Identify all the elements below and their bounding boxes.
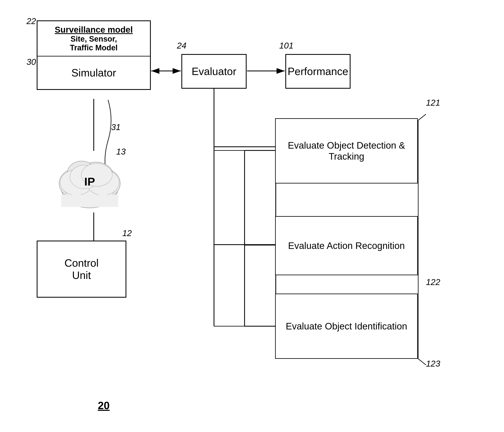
ref-123: 123	[426, 359, 440, 368]
surveillance-subtitle: Site, Sensor, Traffic Model	[40, 35, 148, 52]
ref-22: 22	[27, 16, 36, 26]
evaluator-box: Evaluator	[181, 54, 247, 89]
ip-label: IP	[84, 175, 95, 188]
performance-label: Performance	[288, 65, 348, 77]
surveillance-title: Surveillance model	[40, 25, 148, 35]
eval-object-detection-label: Evaluate Object Detection & Tracking	[276, 140, 417, 162]
ref-101: 101	[279, 41, 294, 51]
performance-box: Performance	[285, 54, 351, 89]
svg-line-14	[418, 114, 426, 120]
control-unit-label: Control Unit	[64, 257, 99, 281]
eval-object-detection-box: Evaluate Object Detection & Tracking	[275, 118, 418, 184]
ref-31: 31	[111, 122, 121, 132]
eval-object-identification-box: Evaluate Object Identification	[275, 294, 418, 359]
control-unit-box: Control Unit	[37, 240, 126, 298]
evaluator-label: Evaluator	[192, 65, 236, 77]
surveillance-header: Surveillance model Site, Sensor, Traffic…	[37, 21, 150, 56]
ref-122: 122	[426, 277, 440, 287]
ref-30: 30	[27, 57, 36, 67]
svg-line-15	[418, 359, 426, 365]
simulator-label: Simulator	[37, 56, 150, 89]
ref-121: 121	[426, 98, 440, 108]
eval-action-recognition-box: Evaluate Action Recognition	[275, 216, 418, 275]
ip-cloud: IP	[53, 151, 126, 212]
diagram-container: Surveillance model Site, Sensor, Traffic…	[0, 0, 504, 432]
surveillance-model-box: Surveillance model Site, Sensor, Traffic…	[37, 20, 151, 90]
eval-action-recognition-label: Evaluate Action Recognition	[288, 240, 405, 251]
ref-13: 13	[116, 147, 126, 156]
ref-24: 24	[177, 41, 187, 51]
ref-12: 12	[122, 228, 132, 238]
svg-rect-37	[61, 195, 118, 207]
eval-object-identification-label: Evaluate Object Identification	[286, 321, 407, 332]
figure-label: 20	[98, 399, 110, 412]
